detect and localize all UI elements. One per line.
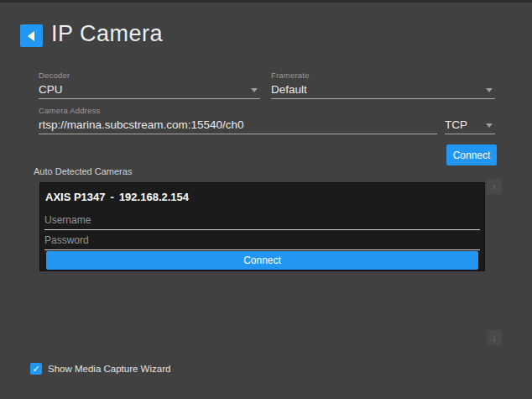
camera-address-input-wrap <box>39 117 437 134</box>
framerate-dropdown[interactable]: Default <box>271 81 495 99</box>
camera-address-label: Camera Address <box>39 106 437 117</box>
window-top-edge <box>0 0 532 3</box>
decoder-field: Decoder CPU <box>39 71 260 99</box>
transport-field: TCP <box>445 106 495 134</box>
framerate-value: Default <box>271 81 495 98</box>
scroll-up-button[interactable]: ↑ <box>487 179 502 194</box>
decoder-dropdown[interactable]: CPU <box>39 81 260 99</box>
chevron-down-icon <box>251 88 258 92</box>
arrow-up-icon: ↑ <box>492 181 497 192</box>
chevron-down-icon <box>486 88 493 92</box>
camera-connect-button[interactable]: Connect <box>46 251 478 270</box>
camera-ip: 192.168.2.154 <box>119 191 189 203</box>
page-title: IP Camera <box>51 21 163 47</box>
framerate-label: Framerate <box>271 71 495 81</box>
connect-button[interactable]: Connect <box>446 144 497 165</box>
chevron-down-icon <box>486 123 493 128</box>
decoder-label: Decoder <box>39 71 260 81</box>
camera-address-field: Camera Address <box>39 106 437 134</box>
back-arrow-icon <box>28 31 34 41</box>
transport-dropdown[interactable]: TCP <box>445 117 495 134</box>
camera-model: AXIS P1347 <box>45 191 106 203</box>
checkbox-checked-icon[interactable]: ✓ <box>30 363 42 375</box>
framerate-field: Framerate Default <box>271 71 495 99</box>
decoder-value: CPU <box>39 81 260 98</box>
back-button[interactable] <box>20 24 43 47</box>
show-wizard-label: Show Media Capture Wizard <box>48 364 170 374</box>
auto-detected-cameras-label: Auto Detected Cameras <box>34 166 132 176</box>
camera-address-input[interactable] <box>39 117 437 134</box>
transport-label-spacer <box>445 106 495 117</box>
camera-title-separator: - <box>111 191 114 203</box>
detected-camera-title: AXIS P1347-192.168.2.154 <box>40 183 484 205</box>
arrow-down-icon: ↓ <box>492 333 497 343</box>
scroll-down-button[interactable]: ↓ <box>487 330 502 345</box>
detected-camera-card: AXIS P1347-192.168.2.154 Connect <box>39 182 485 271</box>
password-input[interactable] <box>44 231 480 250</box>
show-wizard-option[interactable]: ✓ Show Media Capture Wizard <box>30 363 170 375</box>
username-input[interactable] <box>44 211 480 230</box>
